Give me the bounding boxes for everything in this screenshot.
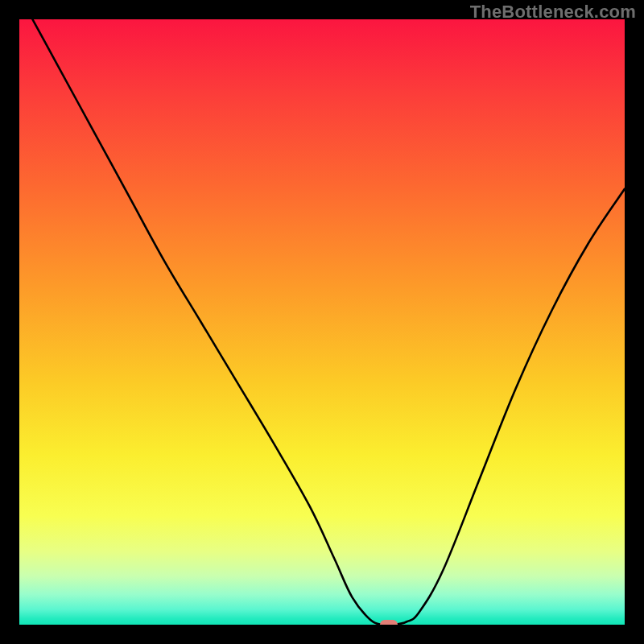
curve-svg <box>19 19 625 625</box>
chart-frame: TheBottleneck.com <box>0 0 644 644</box>
bottleneck-curve <box>19 19 625 625</box>
optimum-marker <box>380 620 398 625</box>
plot-area <box>19 19 625 625</box>
